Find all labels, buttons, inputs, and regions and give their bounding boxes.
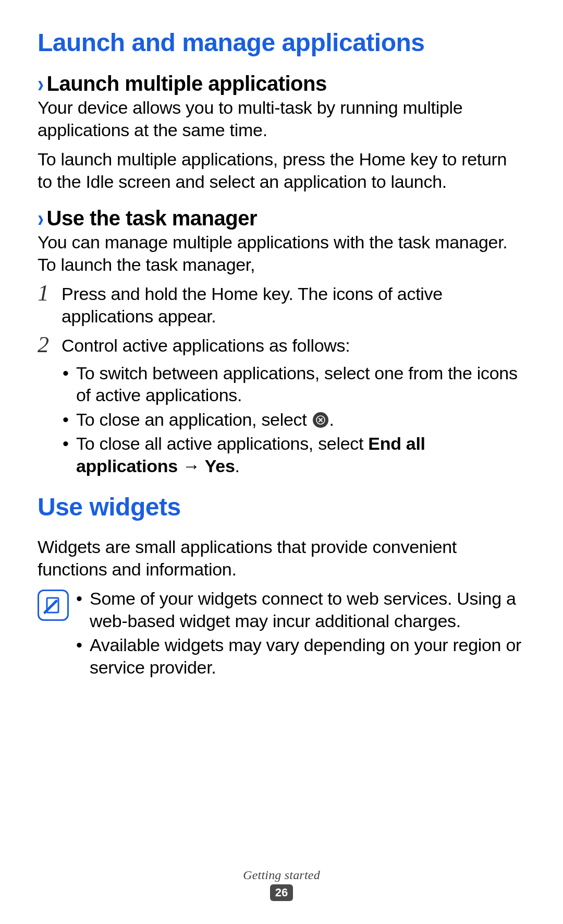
page-number-badge: 26 [270,884,293,901]
step-number: 1 [38,282,62,305]
bullet-dot-icon: • [62,433,76,455]
bullet-item: • Available widgets may vary depending o… [75,634,525,678]
subheading-task-manager: › Use the task manager [38,206,525,230]
bullet-text: To close an application, select . [76,409,525,431]
note-bullet-list: • Some of your widgets connect to web se… [75,587,525,680]
paragraph: Your device allows you to multi-task by … [38,97,525,141]
chevron-right-icon: › [38,69,44,98]
text-fragment: . [329,410,334,429]
subheading-text: Launch multiple applications [47,71,327,95]
numbered-list: 1 Press and hold the Home key. The icons… [38,283,525,479]
heading-launch-manage: Launch and manage applications [38,28,525,57]
step-intro: Control active applications as follows: [62,335,350,355]
paragraph: Widgets are small applications that prov… [38,536,525,580]
chevron-right-icon: › [38,204,44,232]
text-fragment: To close an application, select [76,410,312,429]
note-icon [38,590,69,621]
page-footer: Getting started 26 [0,868,563,901]
bullet-dot-icon: • [62,409,76,431]
paragraph: You can manage multiple applications wit… [38,231,525,275]
note-block: • Some of your widgets connect to web se… [38,587,525,680]
bullet-list: • To switch between applications, select… [62,362,525,477]
close-icon [313,412,328,428]
bullet-text: To close all active applications, select… [76,433,525,477]
bullet-item: • To close an application, select . [62,409,525,431]
list-item: 1 Press and hold the Home key. The icons… [38,283,525,327]
bullet-item: • To close all active applications, sele… [62,433,525,477]
bullet-item: • Some of your widgets connect to web se… [75,587,525,632]
step-number: 2 [38,333,62,356]
bullet-dot-icon: • [75,587,90,610]
step-text: Control active applications as follows: … [62,334,525,479]
bullet-item: • To switch between applications, select… [62,362,525,406]
page-content: Launch and manage applications › Launch … [38,28,525,861]
text-bold: Yes [205,456,235,476]
list-item: 2 Control active applications as follows… [38,334,525,479]
bullet-text: Some of your widgets connect to web serv… [90,587,525,632]
text-fragment: To close all active applications, select [76,434,368,453]
text-fragment: . [235,456,240,476]
bullet-dot-icon: • [62,362,76,385]
subheading-launch-multiple: › Launch multiple applications [38,71,525,95]
text-fragment: → [178,456,205,476]
bullet-dot-icon: • [75,634,90,656]
subheading-text: Use the task manager [47,206,258,230]
paragraph: To launch multiple applications, press t… [38,148,525,193]
heading-use-widgets: Use widgets [38,493,525,521]
bullet-text: Available widgets may vary depending on … [90,634,525,678]
footer-section-label: Getting started [0,868,563,882]
step-text: Press and hold the Home key. The icons o… [62,283,525,327]
bullet-text: To switch between applications, select o… [76,362,525,406]
